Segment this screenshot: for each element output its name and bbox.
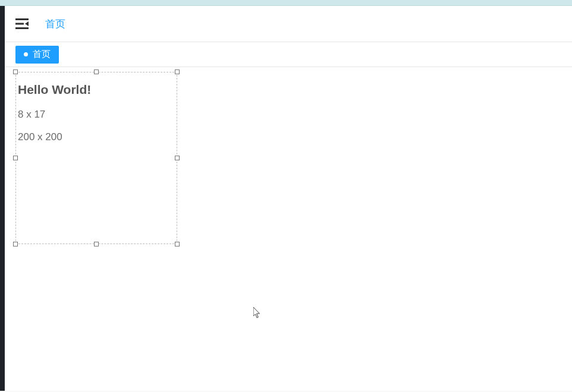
resize-handle-top-right[interactable] [175, 69, 180, 74]
widget-size-text: 200 x 200 [18, 131, 91, 143]
svg-marker-2 [25, 21, 29, 26]
tab-label: 首页 [33, 49, 51, 60]
resize-handle-middle-right[interactable] [175, 156, 180, 160]
tab-home[interactable]: 首页 [15, 46, 59, 64]
selected-widget[interactable]: Hello World! 8 x 17 200 x 200 [15, 72, 177, 244]
main-content: 首页 首页 Hello World! 8 x 17 200 x 200 [5, 6, 572, 391]
widget-position-text: 8 x 17 [18, 109, 91, 121]
svg-rect-3 [15, 27, 29, 29]
widget-content: Hello World! 8 x 17 200 x 200 [18, 83, 91, 154]
resize-handle-middle-left[interactable] [13, 156, 18, 160]
breadcrumb[interactable]: 首页 [45, 17, 65, 31]
widget-title: Hello World! [18, 83, 91, 97]
tab-bar: 首页 [5, 42, 572, 67]
resize-handle-bottom-right[interactable] [175, 242, 180, 246]
page-header: 首页 [5, 6, 572, 42]
collapsed-sidebar[interactable] [0, 6, 5, 391]
menu-collapse-icon[interactable] [15, 18, 29, 30]
svg-rect-1 [15, 23, 24, 25]
resize-handle-top-center[interactable] [94, 69, 99, 74]
resize-handle-top-left[interactable] [13, 69, 18, 74]
designer-canvas[interactable]: Hello World! 8 x 17 200 x 200 [5, 67, 572, 388]
tab-active-dot-icon [24, 52, 28, 56]
resize-handle-bottom-center[interactable] [94, 242, 99, 246]
svg-rect-0 [15, 18, 29, 20]
resize-handle-bottom-left[interactable] [13, 242, 18, 246]
browser-chrome-bar [0, 0, 572, 6]
